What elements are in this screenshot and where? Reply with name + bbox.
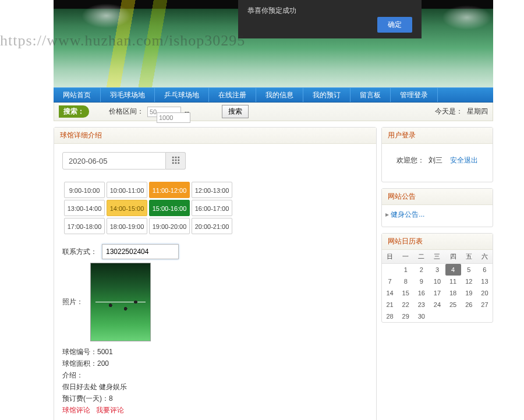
svg-rect-0 [172,156,174,158]
calendar-day[interactable]: 15 [398,287,413,299]
photo-label: 照片： [62,297,83,307]
calendar-day[interactable]: 7 [382,276,398,287]
contact-input[interactable] [102,244,179,259]
calendar-day [445,310,461,322]
price-to-input[interactable] [157,112,190,123]
nav-mybooking[interactable]: 我的预订 [303,88,350,102]
calendar-panel-title: 网站日历表 [382,234,493,250]
search-toolbar: 搜索： 价格区间： -- 搜索 今天是： 星期四 [54,103,493,121]
svg-rect-6 [172,162,174,164]
login-panel: 用户登录 欢迎您： 刘三 安全退出 [381,127,493,182]
calendar-day[interactable]: 9 [413,276,429,287]
search-button[interactable]: 搜索 [222,105,249,118]
calendar-day [382,264,398,276]
calendar-day[interactable]: 29 [398,310,413,322]
calendar-table: 日一二三四五六123456789101112131415161718192021… [382,250,493,322]
calendar-day [461,310,477,322]
calendar-day [477,310,493,322]
nav-badminton[interactable]: 羽毛球场地 [101,88,155,102]
svg-rect-3 [172,159,174,161]
timeslot-button[interactable]: 17:00-18:00 [64,218,105,234]
svg-rect-5 [178,159,179,161]
calendar-day[interactable]: 22 [398,299,413,310]
calendar-day[interactable]: 3 [429,264,445,276]
timeslot-button[interactable]: 19:00-20:00 [149,218,190,234]
calendar-day[interactable]: 13 [477,276,493,287]
timeslot-grid: 9:00-10:0010:00-11:0011:00-12:0012:00-13… [62,180,234,236]
success-modal: 恭喜你预定成功 确定 [238,0,422,38]
calendar-day[interactable]: 26 [461,299,477,310]
calendar-picker-button[interactable] [166,152,186,170]
timeslot-button[interactable]: 13:00-14:00 [64,200,105,216]
today-text: 今天是： 星期四 [435,107,488,117]
notice-panel: 网站公告 ▸ 健身公告... [381,188,493,227]
calendar-day[interactable]: 21 [382,299,398,310]
calendar-dow: 五 [461,250,477,264]
timeslot-button[interactable]: 20:00-21:00 [192,218,232,234]
timeslot-button[interactable]: 12:00-13:00 [192,182,232,198]
venue-detail-panel: 球馆详细介绍 9:00-10:0010:00-11:0011:00-12:001… [54,127,377,420]
calendar-day[interactable]: 28 [382,310,398,322]
write-comment-link[interactable]: 我要评论 [96,406,124,414]
welcome-label: 欢迎您： [396,156,424,164]
calendar-day[interactable]: 4 [445,264,461,276]
calendar-day [429,310,445,322]
venue-info: 球馆编号：5001 球馆面积：200 介绍： 假日好去处 健身娱乐 预订费(一天… [62,346,368,416]
calendar-day[interactable]: 24 [429,299,445,310]
calendar-panel: 网站日历表 日一二三四五六123456789101112131415161718… [381,233,493,323]
calendar-day[interactable]: 6 [477,264,493,276]
timeslot-button[interactable]: 11:00-12:00 [149,182,190,198]
calendar-day[interactable]: 18 [445,287,461,299]
svg-rect-8 [178,162,179,164]
calendar-dow: 日 [382,250,398,264]
logout-link[interactable]: 安全退出 [450,156,478,164]
calendar-day[interactable]: 11 [445,276,461,287]
calendar-day[interactable]: 12 [461,276,477,287]
calendar-day[interactable]: 5 [461,264,477,276]
calendar-dow: 四 [445,250,461,264]
nav-guestbook[interactable]: 留言板 [350,88,391,102]
timeslot-button[interactable]: 9:00-10:00 [64,182,105,198]
notice-item-link[interactable]: 健身公告... [391,210,424,218]
notice-bullet-icon: ▸ [385,210,389,218]
hero-banner: 恭喜你预定成功 确定 [54,0,493,87]
calendar-day[interactable]: 10 [429,276,445,287]
timeslot-button[interactable]: 14:00-15:00 [107,200,147,216]
calendar-dow: 二 [413,250,429,264]
calendar-day[interactable]: 17 [429,287,445,299]
calendar-day[interactable]: 1 [398,264,413,276]
calendar-day[interactable]: 14 [382,287,398,299]
current-user: 刘三 [429,156,442,164]
calendar-day[interactable]: 2 [413,264,429,276]
search-chip: 搜索： [59,105,89,118]
calendar-day[interactable]: 25 [445,299,461,310]
timeslot-button[interactable]: 10:00-11:00 [107,182,147,198]
nav-myinfo[interactable]: 我的信息 [256,88,303,102]
svg-rect-4 [175,159,176,161]
nav-register[interactable]: 在线注册 [209,88,256,102]
calendar-day[interactable]: 30 [413,310,429,322]
date-input[interactable] [62,152,166,170]
nav-home[interactable]: 网站首页 [54,88,101,102]
venue-comments-link[interactable]: 球馆评论 [62,406,90,414]
calendar-day[interactable]: 8 [398,276,413,287]
modal-message: 恭喜你预定成功 [247,6,412,16]
timeslot-button[interactable]: 18:00-19:00 [107,218,147,234]
calendar-day[interactable]: 19 [461,287,477,299]
venue-panel-title: 球馆详细介绍 [54,128,376,144]
contact-label: 联系方式： [62,247,97,257]
svg-rect-1 [175,156,176,158]
nav-admin[interactable]: 管理登录 [391,88,438,102]
calendar-day[interactable]: 27 [477,299,493,310]
timeslot-button[interactable]: 16:00-17:00 [192,200,232,216]
svg-rect-2 [178,156,179,158]
calendar-day[interactable]: 20 [477,287,493,299]
nav-pingpong[interactable]: 乒乓球场地 [155,88,209,102]
calendar-day[interactable]: 23 [413,299,429,310]
timeslot-button[interactable]: 15:00-16:00 [149,200,190,216]
login-panel-title: 用户登录 [382,128,493,144]
modal-ok-button[interactable]: 确定 [377,17,412,33]
calendar-icon [172,156,180,166]
venue-photo [90,263,151,341]
calendar-day[interactable]: 16 [413,287,429,299]
